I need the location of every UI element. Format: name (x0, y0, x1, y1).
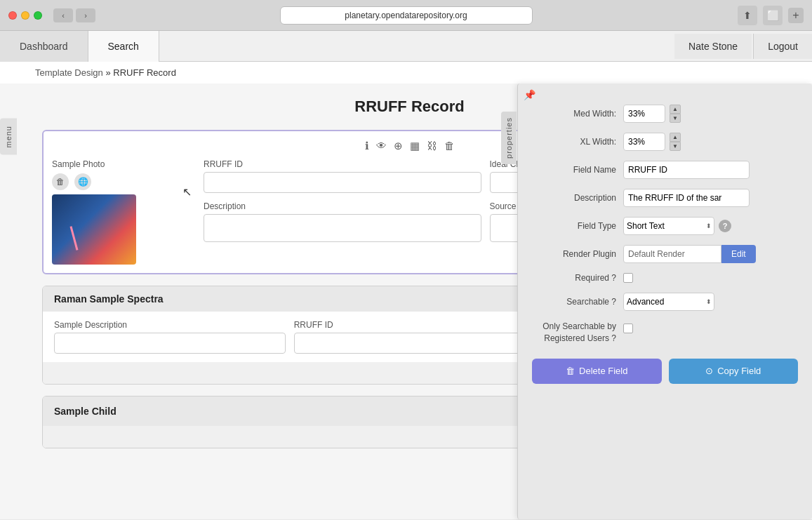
med-width-down[interactable]: ▼ (670, 114, 681, 123)
med-width-stepper: ▲ ▼ (670, 105, 681, 123)
info-icon[interactable]: ℹ (365, 140, 369, 152)
rruff-id-field-group: RRUFF ID (204, 159, 481, 193)
med-width-up[interactable]: ▲ (670, 105, 681, 114)
url-text: planetary.opendatarepository.org (345, 11, 467, 20)
description-row: Description (532, 189, 798, 207)
only-searchable-row: Only Searchable by Registered Users ? (532, 321, 798, 345)
xl-width-up[interactable]: ▲ (670, 133, 681, 142)
field-name-row: Field Name (532, 161, 798, 179)
required-row: Required ? (532, 273, 798, 283)
raman-sample-desc-input[interactable] (54, 333, 286, 354)
field-type-control: Short Text Long Text Integer Decimal Boo… (623, 217, 731, 235)
rruff-id-input[interactable] (204, 172, 481, 193)
med-width-label: Med Width: (532, 109, 623, 119)
side-menu-tab[interactable]: menu (0, 119, 17, 155)
breadcrumb-parent[interactable]: Template Design (35, 67, 103, 78)
app-nav: Dashboard Search Nate Stone Logout (0, 31, 812, 62)
description-label: Description (204, 201, 481, 211)
raman-rruff-id-field: RRUFF ID (294, 320, 526, 354)
browser-chrome: ‹ › planetary.opendatarepository.org ⬆ ⬜… (0, 0, 812, 31)
med-width-control: ▲ ▼ (623, 105, 681, 123)
breadcrumb: Template Design » RRUFF Record (0, 62, 812, 84)
view-button[interactable]: ⬜ (763, 6, 783, 25)
back-button[interactable]: ‹ (53, 8, 73, 22)
panel-body: Med Width: ▲ ▼ XL Width: ▲ ▼ (518, 84, 812, 398)
description-input[interactable] (204, 214, 481, 242)
sample-photo-label: Sample Photo (52, 159, 192, 169)
nav-tab-dashboard[interactable]: Dashboard (0, 31, 88, 62)
breadcrumb-current: RRUFF Record (113, 67, 176, 78)
description-panel-label: Description (532, 193, 623, 203)
searchable-label: Searchable ? (532, 297, 623, 307)
edit-render-plugin-button[interactable]: Edit (721, 245, 756, 263)
field-name-label: Field Name (532, 165, 623, 175)
close-button[interactable] (8, 11, 17, 20)
render-plugin-label: Render Plugin (532, 249, 623, 259)
field-type-help-btn[interactable]: ? (719, 220, 731, 232)
nav-tab-search[interactable]: Search (88, 31, 159, 62)
address-bar[interactable]: planetary.opendatarepository.org (280, 6, 533, 25)
searchable-select[interactable]: Advanced Yes No (623, 293, 714, 311)
panel-title-tab: properties (501, 112, 517, 164)
description-panel-input[interactable] (623, 189, 750, 207)
properties-panel: 📌 properties Med Width: ▲ ▼ XL Width: (517, 84, 812, 519)
delete-icon[interactable]: 🗑 (444, 140, 455, 152)
only-searchable-checkbox[interactable] (623, 324, 633, 333)
eye-icon[interactable]: 👁 (376, 140, 387, 152)
nav-user-area: Nate Stone Logout (674, 34, 812, 59)
med-width-input[interactable] (623, 105, 665, 123)
logout-button[interactable]: Logout (753, 34, 812, 59)
field-name-input[interactable] (623, 161, 750, 179)
xl-width-stepper: ▲ ▼ (670, 133, 681, 151)
add-tab-button[interactable]: + (788, 8, 804, 23)
sample-child-title: Sample Child (54, 406, 117, 417)
xl-width-input[interactable] (623, 133, 665, 151)
share-button[interactable]: ⬆ (738, 6, 757, 25)
xl-width-down[interactable]: ▼ (670, 142, 681, 151)
field-type-select-wrapper: Short Text Long Text Integer Decimal Boo… (623, 217, 714, 235)
panel-buttons: 🗑 Delete Field ⊙ Copy Field (532, 359, 798, 384)
main-content: menu RRUFF Record ℹ 👁 ⊕ ▦ ⛓ 🗑 Sample Pho… (0, 84, 812, 519)
field-type-label: Field Type (532, 221, 623, 231)
copy-field-button[interactable]: ⊙ Copy Field (669, 359, 799, 384)
render-plugin-row: Render Plugin Default Render Edit (532, 245, 798, 263)
xl-width-control: ▲ ▼ (623, 133, 681, 151)
delete-field-button[interactable]: 🗑 Delete Field (532, 359, 662, 384)
pin-icon[interactable]: 📌 (524, 89, 535, 100)
render-plugin-value: Default Render (623, 245, 721, 263)
field-type-select[interactable]: Short Text Long Text Integer Decimal Boo… (623, 217, 714, 235)
only-searchable-label: Only Searchable by Registered Users ? (532, 321, 623, 345)
description-field-group: Description (204, 201, 481, 244)
xl-width-row: XL Width: ▲ ▼ (532, 133, 798, 151)
render-plugin-control: Default Render Edit (623, 245, 756, 263)
raman-sample-desc-label: Sample Description (54, 320, 286, 330)
browser-actions: ⬆ ⬜ + (738, 6, 804, 25)
photo-delete-btn[interactable]: 🗑 (52, 173, 69, 190)
photo-globe-btn[interactable]: 🌐 (74, 173, 91, 190)
sample-photo-actions: 🗑 🌐 (52, 173, 192, 190)
forward-button[interactable]: › (76, 8, 95, 22)
photo-preview (52, 194, 136, 265)
required-label: Required ? (532, 273, 623, 283)
delete-icon-btn: 🗑 (566, 366, 575, 376)
sample-photo-block: Sample Photo 🗑 🌐 (52, 159, 192, 265)
med-width-row: Med Width: ▲ ▼ (532, 105, 798, 123)
traffic-lights (8, 11, 42, 20)
rruff-id-label: RRUFF ID (204, 159, 481, 169)
xl-width-label: XL Width: (532, 137, 623, 147)
grid-icon[interactable]: ▦ (410, 140, 420, 152)
minimize-button[interactable] (21, 11, 29, 20)
searchable-row: Searchable ? Advanced Yes No (532, 293, 798, 311)
link-icon[interactable]: ⛓ (427, 140, 437, 152)
maximize-button[interactable] (34, 11, 42, 20)
required-checkbox[interactable] (623, 273, 633, 283)
add-icon[interactable]: ⊕ (394, 140, 403, 152)
field-type-row: Field Type Short Text Long Text Integer … (532, 217, 798, 235)
raman-rruff-id-label: RRUFF ID (294, 320, 526, 330)
raman-sample-desc-field: Sample Description (54, 320, 286, 354)
copy-icon-btn: ⊙ (705, 366, 713, 376)
raman-rruff-id-input[interactable] (294, 333, 526, 354)
browser-nav-buttons: ‹ › (53, 8, 95, 22)
breadcrumb-separator: » (105, 67, 110, 78)
searchable-select-wrapper: Advanced Yes No (623, 293, 714, 311)
